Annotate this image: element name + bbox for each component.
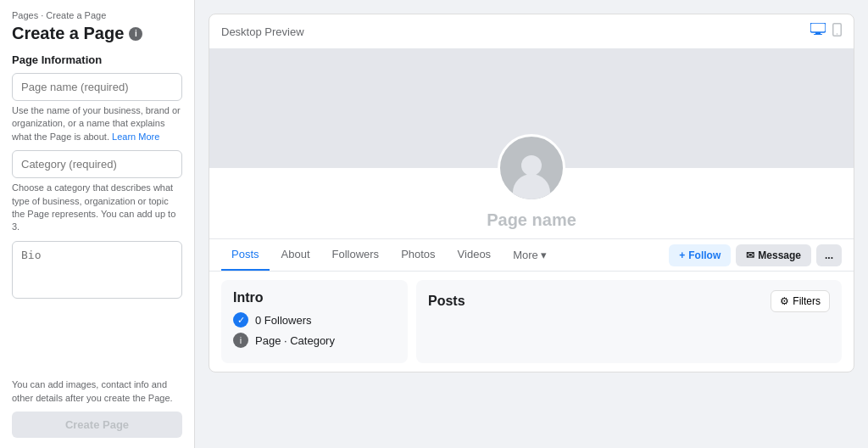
intro-category-text: Page · Category [255,334,335,347]
create-page-button[interactable]: Create Page [12,412,182,438]
intro-followers-item: ✓ 0 Followers [233,312,396,328]
tab-more[interactable]: More ▾ [503,240,557,270]
preview-header: Desktop Preview [209,14,854,49]
avatar-person [510,148,553,199]
category-hint: Choose a category that describes what ty… [12,182,182,234]
check-icon: ✓ [233,312,248,328]
bio-input[interactable] [12,241,182,299]
svg-point-4 [837,33,838,35]
learn-more-link[interactable]: Learn More [112,132,159,142]
tab-posts[interactable]: Posts [221,239,270,271]
intro-title: Intro [233,290,396,305]
avatar-area [498,134,565,202]
chevron-down-icon: ▾ [541,249,547,261]
svg-rect-0 [810,23,826,32]
svg-rect-1 [815,32,821,34]
message-button[interactable]: ✉ Message [736,244,811,266]
profile-name: Page name [209,210,854,230]
avatar-head [521,155,542,176]
page-name-input[interactable] [12,73,182,101]
tab-about[interactable]: About [271,239,320,271]
left-panel: Pages · Create a Page Create a Page i Pa… [0,0,195,448]
page-name-hint: Use the name of your business, brand or … [12,104,182,143]
more-actions-button[interactable]: ... [816,244,842,266]
svg-rect-2 [814,34,822,35]
preview-container: Desktop Preview [209,14,854,372]
intro-followers-text: 0 Followers [255,314,311,327]
profile-nav: Posts About Followers Photos Videos More… [209,238,854,272]
posts-header: Posts ⚙ Filters [428,290,830,312]
content-area: Intro ✓ 0 Followers i Page · Category Po… [209,272,854,372]
tab-followers[interactable]: Followers [322,239,390,271]
info-icon[interactable]: i [129,27,142,41]
intro-category-item: i Page · Category [233,333,396,348]
filters-icon: ⚙ [780,295,789,307]
info-small-icon: i [233,333,248,348]
mobile-preview-icon[interactable] [832,23,842,40]
preview-title: Desktop Preview [221,25,304,38]
cover-area [209,49,854,168]
category-input[interactable] [12,150,182,178]
right-panel: Desktop Preview [195,0,868,448]
tab-videos[interactable]: Videos [448,239,502,271]
category-group: Choose a category that describes what ty… [12,150,182,234]
avatar-body [513,174,550,199]
posts-box: Posts ⚙ Filters [416,280,842,363]
intro-box: Intro ✓ 0 Followers i Page · Category [221,280,408,363]
breadcrumb: Pages · Create a Page [12,10,182,20]
posts-title: Posts [428,294,465,309]
filters-button[interactable]: ⚙ Filters [771,290,830,312]
section-page-info: Page Information [12,53,182,66]
tab-photos[interactable]: Photos [391,239,445,271]
preview-icons [810,23,842,40]
follow-button[interactable]: + Follow [669,244,731,266]
avatar [498,134,565,202]
bio-group [12,241,182,301]
page-name-group: Use the name of your business, brand or … [12,73,182,143]
message-icon: ✉ [746,249,754,261]
desktop-preview-icon[interactable] [810,23,826,40]
nav-actions: + Follow ✉ Message ... [669,244,842,266]
page-title: Create a Page i [12,24,182,43]
follow-icon: + [679,249,685,261]
bottom-hint: You can add images, contact info and oth… [12,370,182,405]
